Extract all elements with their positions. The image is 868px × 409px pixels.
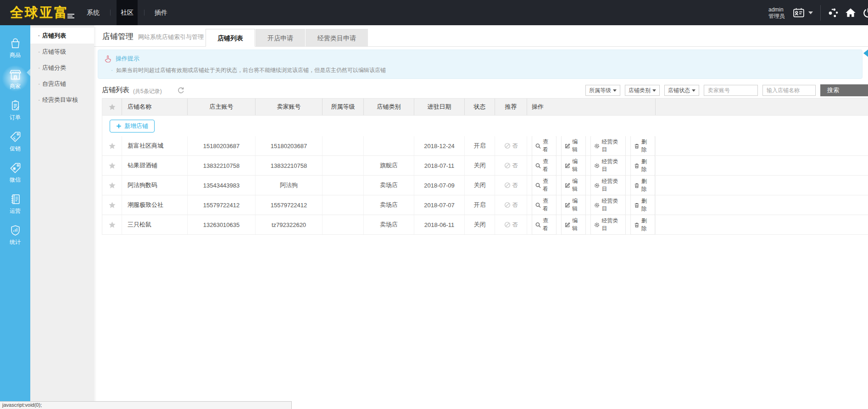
row-filler-cell — [656, 195, 868, 215]
edit-button[interactable]: 编辑 — [561, 155, 586, 176]
sidebar-item-statistics[interactable]: 统计 — [0, 220, 30, 251]
edit-button[interactable]: 编辑 — [561, 215, 586, 235]
delete-button[interactable]: 删除 — [630, 155, 655, 176]
stats-shield-icon — [9, 224, 22, 237]
shop-name-cell: 三只松鼠 — [122, 215, 188, 234]
entry-date-cell: 2018-07-11 — [414, 156, 465, 175]
row-star-cell[interactable] — [102, 136, 122, 155]
shop-name-input[interactable] — [762, 85, 816, 96]
delete-button[interactable]: 删除 — [630, 136, 655, 156]
row-star-cell[interactable] — [102, 176, 122, 195]
edit-icon — [565, 202, 570, 208]
category-gear-button[interactable]: 经营类目 — [590, 136, 626, 156]
category-gear-button[interactable]: 经营类目 — [590, 175, 626, 195]
home-icon[interactable] — [845, 7, 857, 19]
delete-button[interactable]: 删除 — [630, 215, 655, 235]
shop-name-cell: 新富社区商城 — [122, 136, 188, 155]
topbar: 全球亚富 系统 社区 插件 admin 管理员 — [0, 0, 868, 25]
delete-button[interactable]: 删除 — [630, 195, 655, 215]
sidebar-item-wechat[interactable]: 微信 — [0, 157, 30, 188]
user-dropdown-caret-icon[interactable] — [808, 11, 813, 14]
secondary-sidebar: 店铺列表 店铺等级 店铺分类 自营店铺 经营类目审核 — [30, 25, 94, 409]
view-button[interactable]: 查看 — [532, 155, 556, 176]
sidebar-item-goods[interactable]: 商品 — [0, 33, 30, 64]
seller-account-input[interactable] — [704, 85, 758, 96]
status-filter-select[interactable]: 店铺状态 — [664, 85, 699, 96]
category-gear-button[interactable]: 经营类目 — [590, 215, 626, 235]
view-button[interactable]: 查看 — [532, 136, 556, 156]
seller-account-cell: 15180203687 — [256, 136, 323, 155]
alert-tip-line: ·如果当前时间超过店铺有效期或店铺处于关闭状态，前台将不能继续浏览该店铺，但是店… — [98, 63, 862, 74]
edit-button[interactable]: 编辑 — [561, 136, 586, 156]
view-button[interactable]: 查看 — [532, 215, 556, 235]
edit-button[interactable]: 编辑 — [561, 195, 586, 215]
user-account-label[interactable]: admin 管理员 — [768, 6, 785, 19]
edit-button[interactable]: 编辑 — [561, 175, 586, 195]
category-gear-button[interactable]: 经营类目 — [590, 155, 626, 176]
row-filler-cell — [656, 215, 868, 234]
recommend-toggle[interactable]: 否 — [504, 142, 518, 150]
col-header-operations: 操作 — [527, 99, 656, 115]
panel-collapse-arrow-icon[interactable] — [863, 50, 868, 57]
nav-item-community[interactable]: 社区 — [117, 0, 138, 25]
tab-open-shop-apply[interactable]: 开店申请 — [256, 29, 305, 47]
recommend-toggle[interactable]: 否 — [504, 182, 518, 189]
owner-account-cell: 13832210758 — [188, 156, 256, 175]
recommend-toggle[interactable]: 否 — [504, 162, 518, 170]
search-button[interactable]: 搜索 — [820, 84, 868, 96]
sidebar-item-promotions[interactable]: 促销 — [0, 126, 30, 157]
tab-shop-list[interactable]: 店铺列表 — [206, 29, 255, 47]
col-header-entry-date: 进驻日期 — [414, 99, 465, 115]
sidebar-item-operations[interactable]: 运营 — [0, 188, 30, 220]
menu-toggle-icon[interactable] — [67, 14, 74, 19]
recommend-label: 否 — [512, 162, 518, 170]
category-filter-label: 店铺类别 — [629, 87, 651, 94]
refresh-icon[interactable] — [177, 87, 184, 94]
tab-category-apply[interactable]: 经营类目申请 — [306, 29, 368, 47]
category-filter-select[interactable]: 店铺类别 — [625, 85, 660, 96]
star-icon — [108, 221, 116, 229]
delete-button[interactable]: 删除 — [630, 175, 655, 195]
col-header-recommend: 推荐 — [495, 99, 527, 115]
app-logo[interactable]: 全球亚富 — [10, 0, 69, 25]
sidebar-item-label: 订单 — [10, 114, 21, 122]
user-name: admin — [768, 6, 785, 13]
submenu-item-shop-category[interactable]: 店铺分类 — [30, 60, 94, 76]
store-icon — [9, 68, 22, 81]
star-icon — [108, 142, 116, 150]
submenu-item-shop-level[interactable]: 店铺等级 — [30, 44, 94, 60]
id-card-icon[interactable] — [793, 7, 805, 19]
owner-account-cell: 15579722412 — [188, 195, 256, 215]
level-cell — [323, 136, 364, 155]
sidebar-item-orders[interactable]: 订单 — [0, 95, 30, 126]
nav-item-system[interactable]: 系统 — [83, 0, 104, 25]
bag-icon — [9, 37, 22, 50]
row-star-cell[interactable] — [102, 156, 122, 175]
page-tabs: 店铺列表 开店申请 经营类目申请 — [206, 29, 368, 47]
power-icon[interactable] — [862, 7, 868, 19]
view-button[interactable]: 查看 — [532, 175, 556, 195]
row-star-cell[interactable] — [102, 195, 122, 215]
owner-account-cell: 13543443983 — [188, 176, 256, 195]
recommend-toggle[interactable]: 否 — [504, 221, 518, 229]
seller-account-cell: 13832210758 — [256, 156, 323, 175]
row-star-cell[interactable] — [102, 215, 122, 234]
add-shop-button[interactable]: 新增店铺 — [110, 120, 155, 133]
sidebar-item-label: 促销 — [10, 145, 21, 153]
nav-item-plugins[interactable]: 插件 — [150, 0, 172, 25]
seller-account-cell: 阿法狗 — [256, 176, 323, 195]
page-title: 店铺管理 — [102, 31, 134, 42]
topbar-divider — [820, 5, 821, 21]
view-button[interactable]: 查看 — [532, 195, 556, 215]
submenu-item-shop-list[interactable]: 店铺列表 — [30, 28, 94, 44]
submenu-item-self-operated[interactable]: 自营店铺 — [30, 76, 94, 92]
category-gear-button[interactable]: 经营类目 — [590, 195, 626, 215]
network-share-icon[interactable] — [827, 7, 839, 19]
search-icon — [535, 163, 541, 169]
level-filter-select[interactable]: 所属等级 — [585, 85, 620, 96]
recommend-label: 否 — [512, 142, 518, 150]
submenu-item-category-audit[interactable]: 经营类目审核 — [30, 92, 94, 108]
promo-tag-icon — [9, 131, 22, 143]
page-subtitle: 网站系统店铺索引与管理 — [138, 33, 204, 41]
recommend-toggle[interactable]: 否 — [504, 201, 518, 209]
